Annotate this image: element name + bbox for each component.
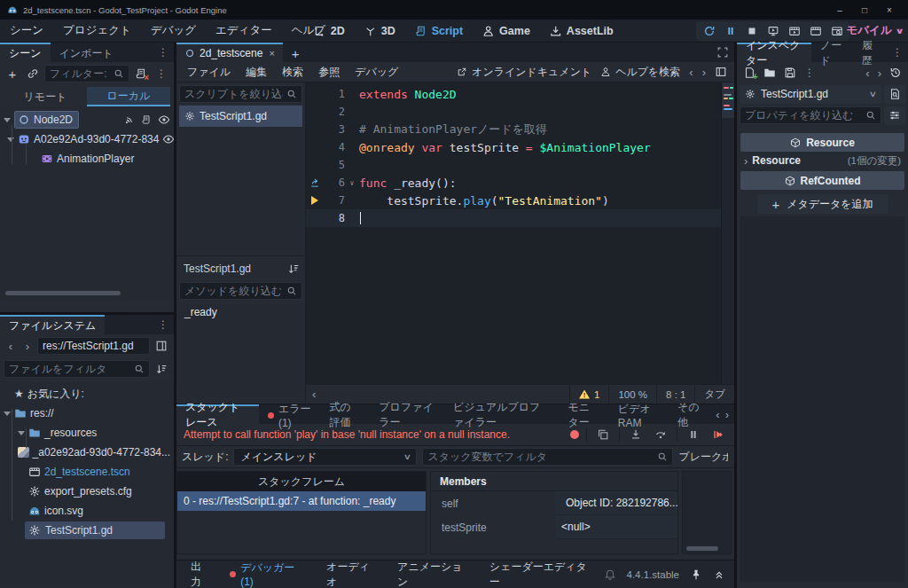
expand-bottom-panel-icon[interactable] — [713, 568, 725, 581]
fold-icon[interactable]: ∨ — [350, 179, 355, 187]
scripts-panel-toggle-icon[interactable] — [715, 66, 727, 78]
file-row-testscript[interactable]: TestScript1.gd — [0, 521, 174, 540]
movie-maker-button[interactable] — [805, 22, 826, 40]
methods-filter-input[interactable] — [179, 282, 302, 300]
search-help-button[interactable]: ヘルプを検索 — [600, 65, 680, 80]
eye-icon[interactable] — [162, 133, 174, 145]
history-forward-button[interactable]: › — [702, 66, 706, 79]
tab-misc[interactable]: その他 — [669, 404, 710, 424]
tab-profiler[interactable]: プロファイラー — [370, 404, 444, 424]
continue-button[interactable] — [709, 427, 727, 443]
file-row-export-presets[interactable]: export_presets.cfg — [0, 482, 174, 501]
tab-monitors[interactable]: モニター — [560, 404, 609, 424]
tab-expression[interactable]: 式の評価 — [320, 404, 370, 424]
category-resource[interactable]: Resource — [740, 133, 904, 152]
tab-visual-profiler[interactable]: ビジュアルプロファイラー — [444, 404, 559, 424]
minimize-button[interactable]: – — [828, 2, 851, 18]
horizontal-scrollbar[interactable] — [5, 291, 121, 295]
mode-3d-button[interactable]: 3D — [356, 20, 403, 42]
mode-script-button[interactable]: Script — [407, 20, 471, 42]
inspector-tools-button[interactable] — [884, 106, 905, 125]
script-list-item[interactable]: TestScript1.gd — [179, 106, 302, 127]
instance-scene-button[interactable] — [24, 65, 42, 82]
open-docs-button[interactable] — [884, 85, 905, 104]
bottom-tab-audio[interactable]: オーディオ — [317, 561, 387, 588]
method-list-item[interactable]: _ready — [179, 302, 302, 322]
menu-scene[interactable]: シーン — [0, 20, 53, 42]
tab-inspector[interactable]: インスペクター — [737, 43, 811, 62]
play-scene-button[interactable] — [784, 22, 804, 40]
stack-var-filter-field[interactable] — [427, 451, 654, 463]
new-resource-button[interactable]: + — [743, 67, 755, 79]
save-resource-icon[interactable] — [784, 67, 796, 79]
scene-filter-input[interactable] — [44, 65, 129, 82]
mode-assetlib-button[interactable]: AssetLib — [542, 20, 622, 42]
close-button[interactable]: × — [878, 2, 901, 18]
method-sort-button[interactable] — [285, 260, 302, 278]
distraction-free-icon[interactable] — [716, 46, 729, 59]
tab-history[interactable]: 履歴 — [853, 43, 887, 62]
tab-node[interactable]: ノード — [811, 43, 853, 62]
detach-script-button[interactable]: × — [132, 65, 150, 82]
tabs-scroll-right-icon[interactable]: › — [725, 408, 729, 421]
code-minimap[interactable] — [721, 82, 734, 384]
property-filter-field[interactable] — [745, 109, 862, 122]
tab-import[interactable]: インポート — [51, 43, 122, 62]
version-label[interactable]: 4.4.1.stable — [627, 569, 679, 580]
mode-game-button[interactable]: Game — [474, 20, 538, 42]
inspector-history-icon[interactable] — [889, 67, 902, 79]
resource-menu-icon[interactable]: ⋮ — [804, 67, 815, 79]
methods-filter-field[interactable] — [184, 285, 283, 297]
file-row-res[interactable]: res:// — [0, 404, 174, 423]
stop-button[interactable] — [741, 22, 762, 40]
script-menu-file[interactable]: ファイル — [180, 62, 238, 82]
member-row-self[interactable]: self Object ID: 282192786... — [431, 491, 677, 515]
menu-editor[interactable]: エディター — [206, 20, 282, 42]
property-filter-input[interactable] — [740, 106, 881, 124]
stack-var-filter-input[interactable] — [422, 448, 673, 466]
add-node-button[interactable]: + — [4, 65, 21, 82]
inspector-forward-icon[interactable]: › — [878, 67, 881, 80]
script-menu-edit[interactable]: 編集 — [239, 62, 274, 82]
script-menu-search[interactable]: 検索 — [275, 62, 310, 82]
collapse-icon[interactable] — [4, 118, 11, 122]
online-docs-button[interactable]: オンラインドキュメント — [457, 65, 591, 80]
break-button[interactable] — [685, 427, 702, 443]
load-resource-icon[interactable] — [763, 67, 776, 79]
script-menu-goto[interactable]: 参照 — [311, 62, 347, 82]
split-mode-button[interactable] — [153, 337, 170, 355]
member-row-testsprite[interactable]: testSprite <null> — [431, 515, 677, 539]
file-filter-input[interactable] — [4, 360, 150, 378]
history-back-button[interactable]: ‹ — [689, 66, 693, 79]
current-path-field[interactable] — [43, 340, 145, 352]
signal-icon[interactable] — [124, 114, 135, 125]
tab-filesystem[interactable]: ファイルシステム — [0, 315, 105, 334]
script-menu-debug[interactable]: デバッグ — [348, 62, 405, 82]
pause-button[interactable] — [720, 22, 740, 40]
break-dot-icon[interactable] — [570, 430, 579, 439]
eye-icon[interactable] — [158, 114, 170, 126]
bottom-tab-shader-editor[interactable]: シェーダーエディター — [481, 561, 603, 588]
remote-button[interactable]: リモート — [4, 87, 87, 106]
horizontal-scrollbar[interactable] — [686, 546, 718, 551]
collapse-panel-icon[interactable]: ‹ — [306, 388, 322, 401]
bottom-tab-animation[interactable]: アニメーション — [388, 561, 480, 588]
thread-dropdown[interactable]: メインスレッド ∨ — [233, 448, 417, 466]
dock-menu-icon[interactable]: ⋮ — [158, 46, 168, 59]
tabs-scroll-left-icon[interactable]: ‹ — [716, 408, 719, 421]
collapse-icon[interactable] — [18, 431, 25, 435]
scripts-filter-field[interactable] — [184, 88, 283, 100]
add-metadata-button[interactable]: + メタデータを追加 — [757, 194, 888, 214]
local-button[interactable]: ローカル — [87, 87, 170, 106]
collapse-icon[interactable] — [4, 412, 11, 416]
notifications-bell-icon[interactable] — [604, 568, 616, 581]
step-into-button[interactable] — [627, 427, 645, 443]
bottom-tab-debugger[interactable]: デバッガー (1) — [221, 561, 317, 588]
favorites-row[interactable]: ★ お気に入り: — [0, 384, 174, 404]
file-sort-button[interactable] — [153, 360, 170, 378]
new-tab-button[interactable]: + — [283, 43, 309, 62]
nav-forward-button[interactable]: › — [20, 337, 35, 355]
dock-menu-icon[interactable]: ⋮ — [158, 318, 168, 331]
maximize-button[interactable]: □ — [853, 2, 876, 18]
nav-back-button[interactable]: ‹ — [4, 337, 18, 355]
